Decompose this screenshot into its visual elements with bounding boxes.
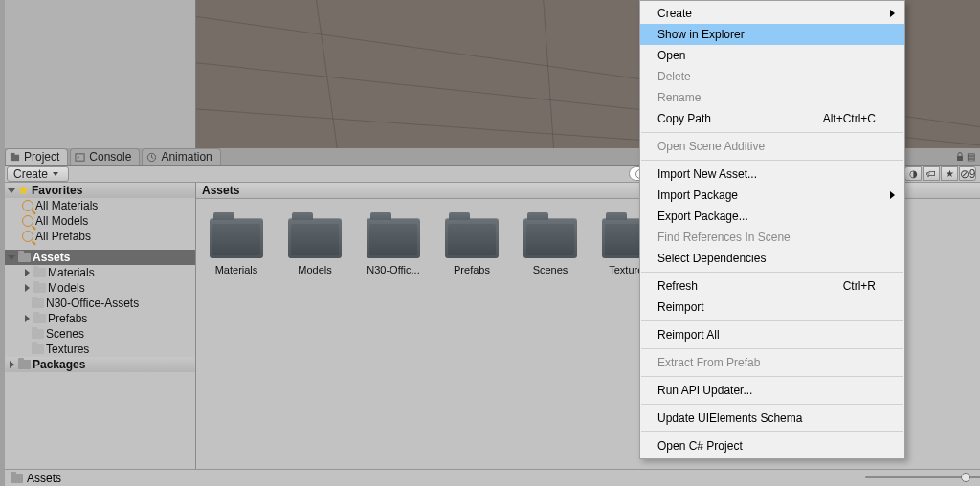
asset-folder-item[interactable]: Scenes [5, 326, 195, 342]
menu-separator [641, 320, 903, 321]
folder-icon [445, 218, 499, 258]
grid-item[interactable]: Models [284, 218, 345, 276]
menu-item-label: Open Scene Additive [657, 140, 765, 153]
menu-separator [641, 348, 903, 349]
filter-by-label-button[interactable]: 🏷 [923, 166, 940, 181]
menu-item-label: Show in Explorer [657, 28, 745, 41]
menu-item: Delete [640, 66, 904, 87]
hidden-toggle-button[interactable]: ⊘9 [959, 166, 976, 181]
asset-folder-item[interactable]: Textures [5, 342, 195, 357]
favorite-item[interactable]: All Prefabs [5, 229, 195, 244]
menu-item: Find References In Scene [640, 227, 904, 248]
tab-console[interactable]: Console [70, 148, 140, 165]
folder-icon [367, 218, 420, 258]
menu-item-label: Find References In Scene [657, 231, 791, 244]
menu-item-label: Import New Asset... [657, 167, 757, 181]
menu-separator [641, 431, 903, 432]
svg-rect-0 [11, 154, 19, 160]
grid-item[interactable]: Prefabs [441, 218, 502, 276]
menu-item-label: Export Package... [657, 210, 748, 223]
menu-item[interactable]: RefreshCtrl+R [640, 276, 904, 297]
thumbnail-size-slider[interactable] [865, 471, 970, 484]
menu-item-label: Import Package [657, 188, 738, 202]
menu-separator [641, 132, 903, 133]
menu-shortcut: Alt+Ctrl+C [823, 112, 876, 125]
menu-item[interactable]: Select Dependencies [640, 248, 904, 269]
chevron-down-icon [7, 253, 16, 262]
tab-animation[interactable]: Animation [142, 148, 220, 165]
asset-folder-item[interactable]: Models [5, 280, 195, 296]
tabbar-lock[interactable]: ▤ [955, 148, 975, 165]
breadcrumb-bar: Assets [5, 469, 980, 486]
folder-icon [33, 268, 46, 277]
chevron-down-icon [7, 186, 16, 195]
menu-item: Open Scene Additive [640, 136, 904, 157]
menu-item-label: Run API Updater... [657, 384, 752, 397]
grid-item[interactable]: N30-Offic... [363, 218, 424, 276]
tab-label: Console [89, 150, 131, 164]
folder-icon [33, 314, 46, 323]
menu-item[interactable]: Open [640, 45, 904, 66]
favorites-header[interactable]: ★ Favorites [5, 183, 195, 198]
folder-icon [18, 360, 31, 369]
folder-icon [18, 253, 31, 262]
svg-rect-1 [11, 152, 15, 155]
grid-item[interactable]: Scenes [520, 218, 581, 276]
favorite-item[interactable]: All Materials [5, 198, 195, 213]
menu-item-label: Select Dependencies [657, 252, 766, 265]
menu-item[interactable]: Reimport [640, 297, 904, 318]
folder-icon [33, 283, 46, 293]
search-filter-icon [22, 215, 33, 227]
chevron-right-icon [22, 283, 32, 293]
grid-item[interactable]: Materials [206, 218, 267, 276]
asset-folder-item[interactable]: N30-Office-Assets [5, 296, 195, 311]
menu-item[interactable]: Run API Updater... [640, 380, 904, 401]
chevron-right-icon [7, 360, 16, 369]
folder-icon [523, 218, 577, 258]
menu-shortcut: Ctrl+R [843, 279, 876, 293]
menu-item[interactable]: Import Package [640, 185, 904, 206]
menu-separator [641, 160, 903, 161]
eye-off-icon: ⊘ [960, 167, 969, 181]
tab-label: Animation [161, 150, 212, 164]
filter-by-type-button[interactable]: ◑ [904, 166, 922, 181]
menu-separator [641, 404, 903, 405]
menu-separator [641, 272, 903, 273]
breadcrumb[interactable]: Assets [27, 472, 61, 485]
chevron-right-icon [22, 268, 32, 277]
folder-icon [11, 474, 23, 483]
create-button[interactable]: Create [7, 166, 69, 182]
menu-item[interactable]: Export Package... [640, 206, 904, 227]
menu-item[interactable]: Create [640, 3, 904, 24]
menu-item-label: Create [657, 7, 692, 20]
folder-icon [288, 218, 342, 258]
menu-item-label: Open C# Project [657, 439, 743, 453]
menu-item[interactable]: Import New Asset... [640, 164, 904, 185]
folder-icon [32, 329, 44, 339]
menu-item[interactable]: Open C# Project [640, 435, 904, 456]
menu-item[interactable]: Reimport All [640, 324, 904, 345]
asset-folder-item[interactable]: Prefabs [5, 311, 195, 326]
create-label: Create [13, 167, 48, 181]
assets-header[interactable]: Assets [5, 250, 195, 265]
svg-rect-4 [957, 156, 963, 161]
tab-project[interactable]: Project [5, 148, 68, 165]
menu-item-label: Copy Path [657, 112, 711, 125]
menu-item[interactable]: Copy PathAlt+Ctrl+C [640, 108, 904, 129]
menu-item[interactable]: Show in Explorer [640, 24, 904, 45]
packages-header[interactable]: Packages [5, 357, 195, 372]
menu-item-label: Reimport All [657, 328, 720, 342]
menu-item: Rename [640, 87, 904, 108]
menu-item[interactable]: Update UIElements Schema [640, 408, 904, 429]
save-search-button[interactable]: ★ [941, 166, 958, 181]
menu-item-label: Open [657, 49, 685, 62]
favorite-item[interactable]: All Models [5, 213, 195, 229]
context-menu: CreateShow in ExplorerOpenDeleteRenameCo… [639, 0, 905, 459]
filter-buttons: ◑ 🏷 ★ ⊘9 [904, 166, 976, 181]
menu-separator [641, 376, 903, 377]
folder-icon [32, 298, 44, 308]
menu-item-label: Update UIElements Schema [657, 411, 802, 425]
asset-folder-item[interactable]: Materials [5, 265, 195, 280]
menu-item-label: Reimport [657, 300, 704, 314]
search-filter-icon [22, 231, 33, 242]
